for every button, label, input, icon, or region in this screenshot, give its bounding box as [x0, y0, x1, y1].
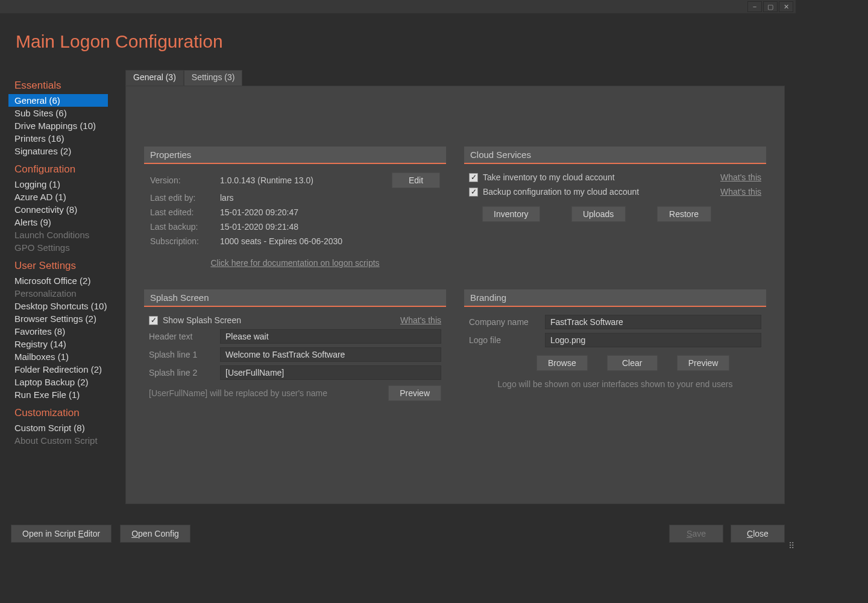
- subscription-label: Subscription:: [150, 236, 220, 246]
- bottom-bar: Open in Script Editor Open Config Save C…: [11, 525, 785, 543]
- close-button[interactable]: Close: [731, 525, 785, 543]
- company-name-label: Company name: [469, 317, 539, 327]
- sidebar-item-alerts[interactable]: Alerts (9): [8, 216, 123, 229]
- main-area: General (3) Settings (3) Properties Vers…: [125, 70, 785, 504]
- save-button[interactable]: Save: [669, 525, 723, 543]
- sidebar-item-laptop-backup[interactable]: Laptop Backup (2): [8, 376, 123, 388]
- tab-body: Properties Version: 1.0.0.143 (Runtime 1…: [125, 86, 785, 504]
- browse-button[interactable]: Browse: [536, 355, 588, 371]
- open-config-button[interactable]: Open Config: [120, 525, 190, 543]
- header-text-label: Header text: [149, 332, 214, 341]
- titlebar: − ▢ ✕: [0, 0, 796, 13]
- maximize-button[interactable]: ▢: [763, 1, 778, 12]
- header-text-input[interactable]: [220, 329, 441, 344]
- sidebar-section-customization: Customization: [8, 401, 123, 421]
- sidebar-item-custom-script[interactable]: Custom Script (8): [8, 421, 123, 434]
- version-value: 1.0.0.143 (Runtime 13.0): [220, 175, 392, 185]
- lastedited-value: 15-01-2020 09:20:47: [220, 207, 440, 217]
- sidebar-item-connectivity[interactable]: Connectivity (8): [8, 203, 123, 216]
- lastbackup-label: Last backup:: [150, 222, 220, 232]
- panel-cloud-header: Cloud Services: [464, 147, 766, 164]
- branding-preview-button[interactable]: Preview: [677, 355, 730, 371]
- sidebar: Essentials General (6) Sub Sites (6) Dri…: [8, 70, 123, 504]
- clear-button[interactable]: Clear: [607, 355, 658, 371]
- splash-line2-label: Splash line 2: [149, 368, 214, 377]
- splash-preview-button[interactable]: Preview: [388, 385, 441, 401]
- lastedited-label: Last edited:: [150, 207, 220, 217]
- whats-this-inventory[interactable]: What's this: [720, 172, 761, 182]
- sidebar-item-run-exe[interactable]: Run Exe File (1): [8, 388, 123, 401]
- panel-branding-header: Branding: [464, 289, 766, 307]
- sidebar-item-printers[interactable]: Printers (16): [8, 132, 123, 145]
- splash-hint: [UserFullName] will be replaced by user'…: [149, 388, 327, 398]
- open-script-editor-button[interactable]: Open in Script Editor: [11, 525, 112, 543]
- sidebar-item-gpo-settings[interactable]: GPO Settings: [8, 241, 123, 254]
- sidebar-item-registry[interactable]: Registry (14): [8, 338, 123, 350]
- resize-grip-icon[interactable]: ⠿: [786, 541, 794, 550]
- checkbox-show-splash[interactable]: ✓: [149, 316, 158, 325]
- tab-bar: General (3) Settings (3): [125, 70, 785, 86]
- sidebar-item-signatures[interactable]: Signatures (2): [8, 145, 123, 157]
- sidebar-item-sub-sites[interactable]: Sub Sites (6): [8, 107, 123, 119]
- sidebar-section-user-settings: User Settings: [8, 254, 123, 274]
- tab-general[interactable]: General (3): [125, 70, 184, 86]
- tab-settings[interactable]: Settings (3): [184, 70, 243, 86]
- sidebar-item-about-custom-script[interactable]: About Custom Script: [8, 434, 123, 447]
- sidebar-section-essentials: Essentials: [8, 74, 123, 94]
- sidebar-item-ms-office[interactable]: Microsoft Office (2): [8, 274, 123, 287]
- restore-button[interactable]: Restore: [657, 206, 711, 222]
- uploads-button[interactable]: Uploads: [571, 206, 626, 222]
- sidebar-item-azure-ad[interactable]: Azure AD (1): [8, 191, 123, 203]
- panel-splash-screen: Splash Screen ✓ Show Splash Screen What'…: [144, 289, 446, 405]
- logo-file-input[interactable]: [545, 333, 761, 347]
- panel-properties: Properties Version: 1.0.0.143 (Runtime 1…: [144, 147, 446, 268]
- sidebar-item-drive-mappings[interactable]: Drive Mappings (10): [8, 119, 123, 132]
- lasteditby-label: Last edit by:: [150, 193, 220, 203]
- sidebar-item-favorites[interactable]: Favorites (8): [8, 325, 123, 338]
- sidebar-item-general[interactable]: General (6): [8, 94, 108, 107]
- edit-button[interactable]: Edit: [392, 172, 440, 188]
- sidebar-item-browser-settings[interactable]: Browser Settings (2): [8, 312, 123, 325]
- lasteditby-value: lars: [220, 193, 440, 203]
- checkbox-take-inventory[interactable]: ✓: [469, 173, 478, 182]
- inventory-button[interactable]: Inventory: [482, 206, 540, 222]
- sidebar-item-desktop-shortcuts[interactable]: Desktop Shortcuts (10): [8, 300, 123, 312]
- panel-cloud-services: Cloud Services ✓ Take inventory to my cl…: [464, 147, 766, 268]
- splash-line1-label: Splash line 1: [149, 350, 214, 359]
- panel-splash-header: Splash Screen: [144, 289, 446, 307]
- page-title: Main Logon Configuration: [0, 13, 796, 52]
- sidebar-section-configuration: Configuration: [8, 157, 123, 178]
- splash-line2-input[interactable]: [220, 365, 441, 380]
- checkbox-backup-config[interactable]: ✓: [469, 188, 478, 197]
- sidebar-item-folder-redirection[interactable]: Folder Redirection (2): [8, 363, 123, 376]
- minimize-button[interactable]: −: [747, 1, 762, 12]
- sidebar-item-mailboxes[interactable]: Mailboxes (1): [8, 350, 123, 363]
- branding-hint: Logo will be shown on user interfaces sh…: [498, 379, 733, 389]
- close-window-button[interactable]: ✕: [779, 1, 793, 12]
- version-label: Version:: [150, 175, 220, 185]
- company-name-input[interactable]: [545, 315, 761, 329]
- sidebar-item-personalization[interactable]: Personalization: [8, 287, 123, 300]
- backup-config-label: Backup configuration to my cloud account: [483, 187, 715, 197]
- lastbackup-value: 15-01-2020 09:21:48: [220, 222, 440, 232]
- panel-branding: Branding Company name Logo file Browse C…: [464, 289, 766, 405]
- whats-this-backup[interactable]: What's this: [720, 187, 761, 197]
- whats-this-splash[interactable]: What's this: [400, 315, 441, 325]
- splash-line1-input[interactable]: [220, 347, 441, 362]
- sidebar-item-launch-conditions[interactable]: Launch Conditions: [8, 229, 123, 241]
- subscription-value: 1000 seats - Expires 06-06-2030: [220, 236, 440, 246]
- show-splash-label: Show Splash Screen: [163, 315, 395, 325]
- take-inventory-label: Take inventory to my cloud account: [483, 172, 715, 182]
- logo-file-label: Logo file: [469, 335, 539, 345]
- panel-properties-header: Properties: [144, 147, 446, 164]
- doc-link[interactable]: Click here for documentation on logon sc…: [210, 258, 379, 268]
- sidebar-item-logging[interactable]: Logging (1): [8, 178, 123, 191]
